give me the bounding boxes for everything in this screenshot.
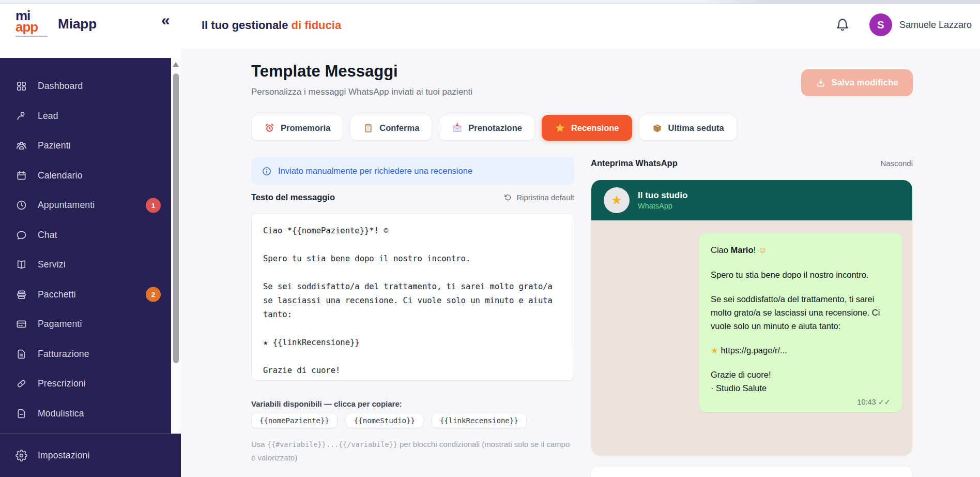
sidebar-collapse-button[interactable]: «: [161, 12, 170, 28]
sidebar-item-appuntamenti[interactable]: Appuntamenti 1: [0, 190, 171, 220]
tab-conferma[interactable]: Conferma: [350, 115, 432, 141]
sidebar-item-servizi[interactable]: Servizi: [0, 250, 171, 280]
appuntamenti-badge: 1: [146, 198, 161, 213]
variable-chips: {{nomePaziente}} {{nomeStudio}} {{linkRe…: [251, 413, 527, 428]
chip-nomestudio[interactable]: {{nomeStudio}}: [346, 413, 423, 428]
header-actions: S Samuele Lazzaro: [835, 13, 972, 36]
scrollbar-up-arrow[interactable]: [173, 62, 179, 67]
sidebar-item-label: Calendario: [38, 170, 83, 181]
chip-linkrecensione[interactable]: {{linkRecensione}}: [432, 413, 527, 428]
sidebar-item-dashboard[interactable]: Dashboard: [0, 71, 171, 101]
tab-recensione[interactable]: Recensione: [542, 115, 632, 141]
user-name: Samuele Lazzaro: [899, 20, 972, 31]
tab-label: Conferma: [379, 123, 419, 133]
reset-default-button[interactable]: Ripristina default: [503, 193, 574, 202]
main-content: Template Messaggi Personalizza i messagg…: [181, 49, 980, 477]
patient-name: Mario: [731, 245, 754, 255]
header-slogan: Il tuo gestionale di fiducia: [202, 19, 341, 32]
sidebar-item-label: Prescrizioni: [38, 378, 86, 389]
message-text-label: Testo del messaggio: [251, 192, 335, 202]
sidebar-item-label: Chat: [38, 230, 57, 241]
tab-label: Prenotazione: [468, 123, 522, 133]
sidebar-item-label: Appuntamenti: [38, 200, 95, 211]
message-timestamp: 10:43 ✓✓: [711, 398, 891, 406]
whatsapp-chat-body: Ciao Mario! ☺ Spero tu stia bene dopo il…: [591, 220, 912, 455]
save-changes-button[interactable]: Salva modifiche: [801, 69, 913, 96]
clock-icon: [16, 199, 27, 211]
envelope-arrow-emoji: [452, 123, 463, 133]
read-ticks-icon: ✓✓: [878, 398, 891, 406]
tab-ultima-seduta[interactable]: Ultima seduta: [639, 115, 737, 141]
open-book-icon: [16, 259, 27, 271]
tab-label: Promemoria: [281, 123, 330, 133]
calendar-icon: [16, 170, 27, 182]
package-box-emoji: [652, 123, 663, 133]
bubble-thanks: Grazie di cuore!: [711, 368, 891, 381]
info-banner-text: Inviato manualmente per richiedere una r…: [278, 166, 472, 176]
sidebar-item-label: Lead: [38, 111, 58, 122]
sidebar-item-pagamenti[interactable]: Pagamenti: [0, 309, 171, 339]
sidebar-item-fatturazione[interactable]: Fatturazione: [0, 339, 171, 369]
sidebar-item-calendario[interactable]: Calendario: [0, 161, 171, 191]
bubble-paragraph: Se sei soddisfatto/a del trattamento, ti…: [711, 292, 891, 333]
document-icon: [16, 348, 27, 360]
sidebar-item-pacchetti[interactable]: Pacchetti 2: [0, 280, 171, 310]
tab-label: Ultima seduta: [668, 123, 724, 133]
tab-label: Recensione: [571, 123, 619, 133]
slogan-main: Il tuo gestionale: [202, 19, 288, 32]
reset-button-label: Ripristina default: [516, 193, 574, 202]
sidebar-item-label: Impostazioni: [38, 450, 90, 461]
tab-prenotazione[interactable]: Prenotazione: [439, 115, 535, 141]
star-icon: ★: [711, 346, 721, 355]
preview-header-row: Anteprima WhatsApp Nascondi: [591, 158, 913, 168]
form-document-icon: [16, 408, 27, 420]
variables-label: Variabili disponibili — clicca per copia…: [251, 399, 402, 408]
chip-nomepaziente[interactable]: {{nomePaziente}}: [251, 413, 338, 428]
sidebar-item-pazienti[interactable]: Pazienti: [0, 131, 171, 161]
star-emoji: [555, 123, 565, 133]
sidebar-item-label: Pagamenti: [38, 319, 82, 330]
person-icon: [16, 110, 27, 122]
smiley-emoji: ☺: [758, 245, 767, 255]
page-subtitle: Personalizza i messaggi WhatsApp inviati…: [251, 87, 472, 97]
sidebar-item-label: Dashboard: [38, 81, 83, 92]
browser-top-strip: [0, 0, 980, 4]
sidebar-item-lead[interactable]: Lead: [0, 101, 171, 131]
page-title: Template Messaggi: [251, 62, 398, 81]
hint-code: {{#variabile}}...{{/variabile}}: [267, 440, 397, 449]
sidebar-scrollbar[interactable]: [171, 58, 181, 434]
info-icon: [262, 166, 272, 176]
pacchetti-badge: 2: [146, 287, 161, 302]
miapp-logo: mi app: [16, 10, 48, 37]
sidebar-item-label: Servizi: [38, 259, 66, 270]
sidebar-item-label: Pacchetti: [38, 289, 76, 300]
notifications-button[interactable]: [835, 18, 850, 32]
sidebar-item-chat[interactable]: Chat: [0, 220, 171, 250]
editor-label-row: Testo del messaggio Ripristina default: [251, 192, 574, 202]
message-textarea[interactable]: Ciao *{{nomePaziente}}*! ☺ Spero tu stia…: [251, 213, 574, 381]
people-icon: [16, 140, 27, 152]
slogan-accent: di fiducia: [288, 19, 341, 32]
sidebar-item-impostazioni[interactable]: Impostazioni: [0, 443, 181, 468]
user-avatar[interactable]: S: [869, 13, 892, 36]
channel-label: WhatsApp: [638, 202, 687, 210]
tab-promemoria[interactable]: Promemoria: [251, 115, 343, 141]
sidebar-item-modulistica[interactable]: Modulistica: [0, 399, 171, 429]
conditional-blocks-hint: Usa {{#variabile}}...{{/variabile}} per …: [251, 438, 574, 464]
hide-preview-button[interactable]: Nascondi: [880, 159, 913, 168]
gear-icon: [16, 450, 27, 461]
message-bubble: Ciao Mario! ☺ Spero tu stia bene dopo il…: [699, 233, 902, 412]
sidebar-item-label: Modulistica: [38, 408, 84, 419]
brand-area: mi app Miapp: [16, 10, 97, 37]
user-menu[interactable]: S Samuele Lazzaro: [869, 13, 972, 36]
studio-identity: Il tuo studio WhatsApp: [638, 190, 687, 210]
sidebar-header-gap: [0, 49, 181, 58]
sidebar-item-prescrizioni[interactable]: Prescrizioni: [0, 369, 171, 399]
star-icon: ★: [611, 194, 622, 206]
credit-card-icon: [16, 318, 27, 330]
save-button-label: Salva modifiche: [832, 78, 898, 88]
app-window: mi app Miapp « Il tuo gestionale di fidu…: [0, 0, 980, 477]
alarm-clock-emoji: [264, 123, 275, 133]
bubble-greeting: Ciao Mario! ☺: [711, 243, 891, 257]
scrollbar-thumb[interactable]: [173, 73, 179, 363]
